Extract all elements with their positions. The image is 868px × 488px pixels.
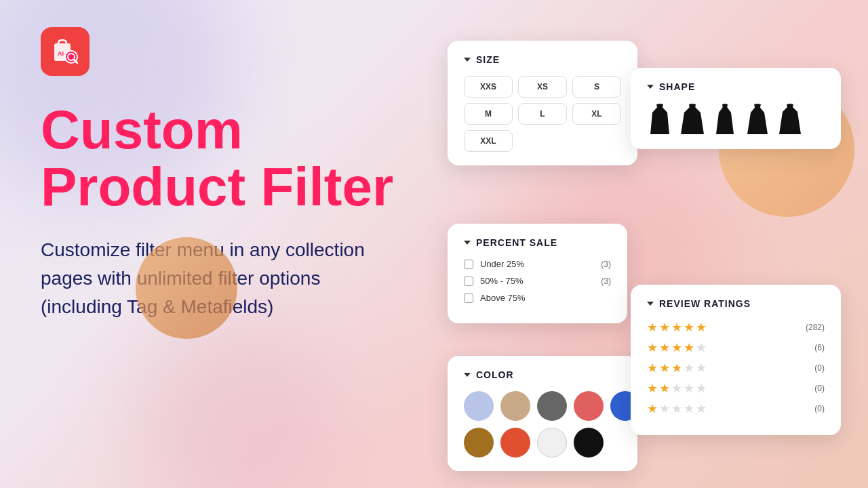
size-option-xl[interactable]: XL	[572, 103, 621, 125]
review-card-header: REVIEW RATINGS	[647, 298, 825, 309]
rating-row-2[interactable]: ★★★★★(0)	[647, 361, 825, 375]
main-title: Custom Product Filter	[41, 102, 407, 216]
color-swatch-8[interactable]	[574, 428, 604, 458]
size-grid: XXSXSSMLXLXXL	[464, 76, 621, 152]
percent-options: Under 25%(3)50% - 75%(3)Above 75%	[464, 259, 611, 303]
shape-filter-card: SHAPE	[631, 68, 841, 149]
color-swatch-2[interactable]	[537, 391, 567, 421]
shape-dress-icon-4[interactable]	[745, 103, 770, 136]
stars-4: ★★★★★	[647, 401, 707, 416]
star-filled-1-2: ★	[671, 340, 682, 355]
size-option-s[interactable]: S	[572, 76, 621, 98]
star-filled-0-4: ★	[696, 320, 707, 335]
percent-label-1: 50% - 75%	[480, 276, 594, 286]
shape-dress-icon-1[interactable]	[647, 103, 673, 136]
star-empty-3-0: ★	[671, 381, 682, 396]
size-option-m[interactable]: M	[464, 103, 513, 125]
star-filled-3-0: ★	[647, 381, 658, 396]
stars-0: ★★★★★	[647, 320, 707, 335]
color-swatch-3[interactable]	[574, 391, 604, 421]
stars-1: ★★★★★	[647, 340, 707, 355]
star-filled-2-1: ★	[659, 361, 670, 375]
shape-card-header: SHAPE	[647, 81, 825, 92]
size-card-header: SIZE	[464, 54, 621, 65]
shape-dress-icon-5[interactable]	[777, 103, 803, 136]
size-option-l[interactable]: L	[518, 103, 567, 125]
percent-checkbox-2[interactable]	[464, 293, 473, 303]
percent-sale-filter-card: PERCENT SALE Under 25%(3)50% - 75%(3)Abo…	[448, 224, 627, 323]
color-swatch-7[interactable]	[537, 428, 567, 458]
rating-row-3[interactable]: ★★★★★(0)	[647, 381, 825, 396]
star-filled-1-3: ★	[684, 340, 694, 355]
star-filled-0-0: ★	[647, 320, 658, 335]
stars-3: ★★★★★	[647, 381, 707, 396]
star-filled-1-1: ★	[659, 340, 670, 355]
shape-dress-icon-3[interactable]	[712, 103, 738, 136]
shape-dress-icon-2[interactable]	[679, 103, 705, 136]
svg-text:AI: AI	[58, 50, 64, 57]
color-swatch-6[interactable]	[500, 428, 530, 458]
color-filter-card: COLOR	[448, 356, 637, 471]
deco-shape-brown	[136, 237, 237, 339]
shape-icons	[647, 103, 825, 136]
size-filter-card: SIZE XXSXSSMLXLXXL	[448, 41, 637, 165]
review-chevron-icon[interactable]	[647, 302, 654, 306]
star-filled-1-0: ★	[647, 340, 658, 355]
app-logo: AI	[41, 27, 90, 76]
percent-chevron-icon[interactable]	[464, 241, 471, 245]
star-empty-4-3: ★	[696, 401, 707, 416]
rating-count-4: (0)	[814, 404, 825, 413]
star-empty-2-1: ★	[696, 361, 707, 375]
color-swatch-1[interactable]	[500, 391, 530, 421]
star-empty-4-1: ★	[671, 401, 682, 416]
percent-option-0[interactable]: Under 25%(3)	[464, 259, 611, 269]
star-empty-4-0: ★	[659, 401, 670, 416]
percent-label-2: Above 75%	[480, 293, 604, 303]
color-swatch-0[interactable]	[464, 391, 494, 421]
color-swatch-5[interactable]	[464, 428, 494, 458]
size-card-title: SIZE	[476, 54, 500, 65]
percent-checkbox-1[interactable]	[464, 277, 473, 286]
rating-row-4[interactable]: ★★★★★(0)	[647, 401, 825, 416]
percent-card-title: PERCENT SALE	[476, 237, 557, 248]
shape-chevron-icon[interactable]	[647, 85, 654, 89]
percent-count-1: (3)	[601, 277, 611, 286]
size-chevron-icon[interactable]	[464, 58, 471, 62]
size-option-xs[interactable]: XS	[518, 76, 567, 98]
rating-row-0[interactable]: ★★★★★(282)	[647, 320, 825, 335]
logo-icon: AI	[50, 37, 80, 66]
size-option-xxl[interactable]: XXL	[464, 130, 513, 152]
star-filled-2-2: ★	[671, 361, 682, 375]
percent-option-1[interactable]: 50% - 75%(3)	[464, 276, 611, 286]
review-card-title: REVIEW RATINGS	[659, 298, 751, 309]
filter-cards: SIZE XXSXSSMLXLXXL SHAPE PERCENT SALE Un…	[448, 41, 841, 461]
star-filled-3-1: ★	[659, 381, 670, 396]
percent-option-2[interactable]: Above 75%	[464, 293, 611, 303]
rating-count-3: (0)	[814, 384, 825, 393]
color-grid	[464, 391, 621, 458]
color-card-title: COLOR	[476, 369, 514, 380]
stars-2: ★★★★★	[647, 361, 707, 375]
percent-count-0: (3)	[601, 260, 611, 269]
rating-rows: ★★★★★(282)★★★★★(6)★★★★★(0)★★★★★(0)★★★★★(…	[647, 320, 825, 416]
star-empty-1-0: ★	[696, 340, 707, 355]
size-option-xxs[interactable]: XXS	[464, 76, 513, 98]
star-filled-0-3: ★	[684, 320, 694, 335]
star-empty-3-1: ★	[684, 381, 694, 396]
title-line2: Product Filter	[41, 157, 393, 217]
color-chevron-icon[interactable]	[464, 373, 471, 377]
star-filled-2-0: ★	[647, 361, 658, 375]
star-empty-3-2: ★	[696, 381, 707, 396]
review-ratings-filter-card: REVIEW RATINGS ★★★★★(282)★★★★★(6)★★★★★(0…	[631, 285, 841, 435]
percent-checkbox-0[interactable]	[464, 260, 473, 269]
star-empty-4-2: ★	[684, 401, 694, 416]
star-filled-4-0: ★	[647, 401, 658, 416]
rating-count-1: (6)	[814, 343, 825, 352]
bg-blob-3	[136, 319, 339, 488]
rating-row-1[interactable]: ★★★★★(6)	[647, 340, 825, 355]
color-card-header: COLOR	[464, 369, 621, 380]
percent-label-0: Under 25%	[480, 259, 594, 269]
rating-count-2: (0)	[814, 363, 825, 373]
star-empty-2-0: ★	[684, 361, 694, 375]
rating-count-0: (282)	[806, 323, 825, 332]
